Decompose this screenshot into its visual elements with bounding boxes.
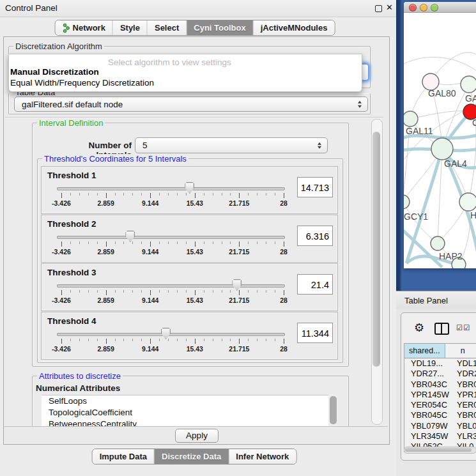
- network-node-gal11[interactable]: [404, 111, 418, 127]
- select-columns-icon[interactable]: ☑☑: [456, 323, 471, 332]
- slider-ticks: [61, 242, 284, 247]
- tick-mark: [177, 193, 178, 196]
- algorithm-option[interactable]: Equal Width/Frequency Discretization: [10, 78, 154, 88]
- tick-label: 21.715: [229, 248, 249, 256]
- cell-name[interactable]: YDR2: [454, 369, 476, 379]
- slider-thumb[interactable]: [185, 182, 194, 194]
- tab-impute-data[interactable]: Impute Data: [93, 449, 155, 464]
- tick-mark: [239, 290, 240, 295]
- network-window-titlebar[interactable]: [404, 2, 476, 13]
- attribute-list-item[interactable]: BetweennessCentrality: [42, 418, 328, 426]
- table-hscrollbar-track[interactable]: [404, 447, 476, 454]
- threshold-panel: Threshold 2 -3.4262.8599.14415.4321.7152…: [41, 215, 338, 263]
- network-node-gcy1[interactable]: [404, 195, 410, 209]
- slider-tick-labels: -3.4262.8599.14415.4321.71528: [61, 296, 284, 304]
- cell-name[interactable]: YLR3: [454, 431, 476, 441]
- table-row[interactable]: YBL079WYBL0: [404, 421, 476, 431]
- network-window[interactable]: GAL80GALCGAL11GAL4GCY1HHAP2: [404, 2, 476, 268]
- threshold-value-box[interactable]: 21.4: [297, 274, 333, 295]
- tick-mark: [284, 242, 284, 247]
- tab-jactivemnodules[interactable]: jActiveMNodules: [254, 20, 335, 35]
- threshold-value-box[interactable]: 14.713: [297, 177, 333, 197]
- numerical-attributes-label: Numerical Attributes: [36, 383, 120, 393]
- apply-button[interactable]: Apply: [175, 429, 219, 443]
- tab-cyni-toolbox[interactable]: Cyni Toolbox: [187, 20, 253, 35]
- column-layout-icon[interactable]: [434, 323, 449, 335]
- tab-select[interactable]: Select: [148, 20, 187, 35]
- tick-mark: [88, 290, 89, 293]
- slider-track[interactable]: [57, 284, 285, 288]
- slider-track[interactable]: [57, 236, 285, 239]
- algorithm-option[interactable]: Manual Discretization: [10, 67, 99, 77]
- threshold-value-box[interactable]: 11.344: [297, 323, 333, 343]
- minimize-traffic-light[interactable]: [420, 4, 427, 12]
- column-header-name[interactable]: n: [445, 344, 476, 358]
- table-row[interactable]: YPR145WYPR1: [404, 390, 476, 400]
- table-row[interactable]: YBR043CYBR0: [404, 380, 476, 390]
- attributes-scrollbar-thumb[interactable]: [330, 396, 337, 424]
- cell-shared-name[interactable]: YBR043C: [404, 380, 454, 390]
- slider-thumb[interactable]: [232, 279, 242, 291]
- table-row[interactable]: YBR045CYBR0: [404, 410, 476, 420]
- network-node-gal4[interactable]: [431, 138, 453, 160]
- threshold-value-box[interactable]: 6.316: [297, 226, 333, 246]
- zoom-traffic-light[interactable]: [431, 4, 438, 12]
- tick-mark: [248, 339, 249, 341]
- column-header-shared-name[interactable]: shared...: [404, 344, 445, 358]
- tick-mark: [275, 242, 275, 244]
- close-icon[interactable]: ✕: [386, 3, 393, 12]
- cell-name[interactable]: YBL0: [454, 421, 476, 431]
- cell-shared-name[interactable]: YBL079W: [404, 421, 454, 431]
- network-node-hap2[interactable]: [431, 236, 445, 250]
- cell-name[interactable]: YBR0: [454, 410, 476, 420]
- float-window-icon[interactable]: [375, 5, 382, 12]
- cell-shared-name[interactable]: YPR145W: [404, 390, 454, 400]
- number-of-intervals-combobox[interactable]: 5: [135, 137, 328, 153]
- cell-name[interactable]: YBR0: [454, 380, 476, 390]
- network-node-label: GAL80: [428, 88, 456, 98]
- table-row[interactable]: YDR27...YDR2: [404, 369, 476, 379]
- tick-mark: [177, 290, 178, 293]
- cell-shared-name[interactable]: YBR045C: [404, 410, 454, 420]
- network-canvas[interactable]: GAL80GALCGAL11GAL4GCY1HHAP2: [404, 13, 476, 268]
- slider-thumb[interactable]: [161, 328, 171, 339]
- table-row[interactable]: YDL19...YDL1: [404, 358, 476, 369]
- interval-definition-title: Interval Definition: [37, 118, 105, 128]
- tick-mark: [204, 339, 204, 341]
- table-row[interactable]: YER054CYER0: [404, 400, 476, 410]
- close-traffic-light[interactable]: [409, 4, 417, 12]
- attribute-list-item[interactable]: TopologicalCoefficient: [42, 407, 328, 418]
- network-node-h[interactable]: [459, 193, 476, 211]
- network-node-gal[interactable]: [461, 76, 476, 93]
- gear-icon[interactable]: ⚙: [414, 321, 424, 335]
- cell-name[interactable]: YPR1: [454, 390, 476, 400]
- slider-thumb[interactable]: [125, 231, 135, 242]
- table-row[interactable]: YLR345WYLR3: [404, 431, 476, 441]
- tick-mark: [97, 193, 98, 196]
- table-hscrollbar-thumb[interactable]: [405, 448, 472, 452]
- tick-mark: [132, 290, 133, 293]
- panel-scrollbar-thumb[interactable]: [372, 132, 380, 367]
- slider-track[interactable]: [57, 333, 285, 336]
- algorithm-group-title: Discretization Algorithm: [13, 42, 104, 51]
- tick-mark: [70, 242, 71, 244]
- tab-network[interactable]: Network: [56, 20, 113, 35]
- tick-mark: [239, 193, 240, 198]
- tick-mark: [97, 339, 98, 341]
- tab-style[interactable]: Style: [113, 20, 148, 35]
- tick-mark: [168, 339, 169, 341]
- cell-name[interactable]: YDL1: [454, 358, 476, 369]
- attribute-list-item[interactable]: SelfLoops: [42, 395, 328, 407]
- tick-mark: [239, 242, 240, 247]
- numerical-attributes-list[interactable]: SelfLoopsTopologicalCoefficientBetweenne…: [42, 395, 328, 426]
- tab-discretize-data[interactable]: Discretize Data: [155, 449, 229, 464]
- cell-shared-name[interactable]: YDR27...: [404, 369, 454, 379]
- cell-shared-name[interactable]: YDL19...: [404, 358, 454, 369]
- tab-infer-network[interactable]: Infer Network: [229, 449, 296, 464]
- tick-label: 2.859: [97, 345, 114, 353]
- slider-track[interactable]: [57, 187, 285, 190]
- cell-name[interactable]: YER0: [454, 400, 476, 410]
- cell-shared-name[interactable]: YLR345W: [404, 431, 454, 441]
- table-data-combobox[interactable]: galFiltered.sif default node: [14, 96, 368, 112]
- cell-shared-name[interactable]: YER054C: [404, 400, 454, 410]
